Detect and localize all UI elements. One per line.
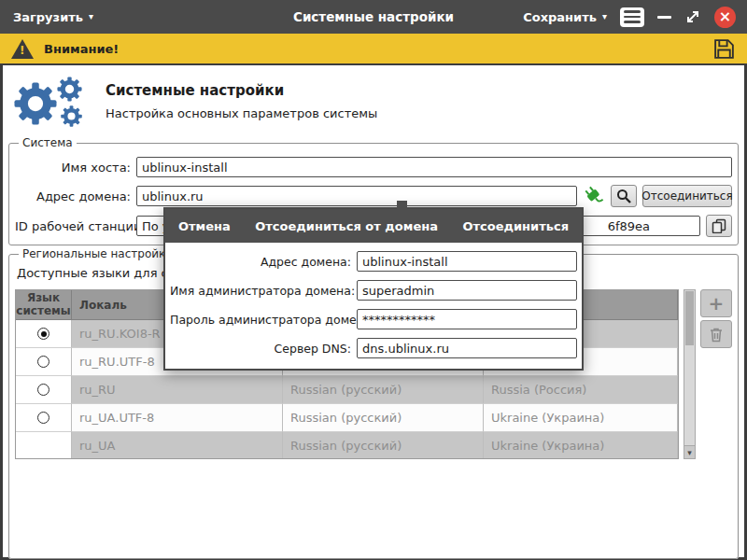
save-menu-label: Сохранить — [523, 10, 597, 24]
dialog-field-input[interactable] — [357, 251, 577, 272]
close-icon: × — [719, 9, 731, 24]
add-locale-button[interactable]: + — [700, 289, 732, 317]
dialog-field-row: Адрес домена: — [170, 251, 577, 272]
domain-search-button[interactable] — [611, 185, 637, 207]
locale-radio-cell[interactable] — [16, 348, 72, 376]
load-menu-button[interactable]: Загрузить ▾ — [13, 10, 93, 24]
disconnect-domain-dialog: Отмена Отсоединиться от домена Отсоедини… — [163, 207, 584, 371]
hamburger-icon — [624, 10, 641, 13]
hamburger-menu-button[interactable] — [620, 7, 644, 27]
scrollbar-thumb[interactable] — [685, 291, 694, 345]
table-row[interactable]: ru_UARussian (русский)Ukraine (Украина) — [16, 432, 678, 459]
domain-row: Адрес домена: Отсоединиться — [15, 185, 732, 207]
dialog-pointer-notch — [397, 201, 407, 209]
copy-station-id-button[interactable] — [706, 215, 732, 237]
country-cell[interactable]: Russia (Россия) — [484, 376, 678, 404]
dialog-field-label: Пароль администратора домена: — [170, 313, 357, 327]
trash-icon — [709, 327, 724, 343]
dialog-field-label: Имя администратора домена: — [170, 284, 357, 298]
maximize-button[interactable] — [684, 8, 701, 25]
table-scrollbar[interactable]: ▾ — [684, 289, 696, 459]
regional-legend: Региональные настройки — [19, 247, 176, 260]
domain-disconnect-button[interactable]: Отсоединиться — [642, 185, 732, 207]
dialog-body: Адрес домена:Имя администратора домена:П… — [165, 243, 582, 369]
locale-radio[interactable] — [37, 384, 49, 396]
minimize-button[interactable] — [657, 16, 671, 19]
gears-icon — [10, 75, 92, 133]
domain-input[interactable] — [136, 186, 577, 206]
language-cell[interactable]: Russian (русский) — [283, 432, 484, 459]
station-id-label: ID рабочей станции: — [15, 219, 131, 233]
floppy-disk-icon — [712, 37, 736, 61]
dialog-field-label: Адрес домена: — [170, 255, 357, 269]
main-panel: Системные настройки Настройка основных п… — [0, 63, 747, 560]
search-icon — [616, 189, 631, 203]
save-menu-button[interactable]: Сохранить ▾ — [523, 10, 607, 24]
locale-cell[interactable]: ru_UA — [72, 432, 283, 459]
country-cell[interactable]: Ukraine (Украина) — [484, 432, 678, 459]
save-file-button[interactable] — [712, 37, 736, 61]
dialog-field-input[interactable] — [357, 309, 577, 329]
locale-radio-cell[interactable] — [16, 376, 72, 404]
locale-cell[interactable]: ru_UA.UTF-8 — [72, 404, 283, 432]
caret-down-icon: ▾ — [89, 12, 93, 21]
dialog-field-row: Пароль администратора домена: — [170, 309, 577, 329]
locale-radio[interactable] — [37, 412, 49, 424]
table-row[interactable]: ru_RURussian (русский)Russia (Россия) — [16, 376, 678, 404]
close-button[interactable]: × — [714, 7, 736, 28]
system-legend: Система — [19, 136, 77, 149]
locale-radio[interactable] — [37, 356, 49, 368]
domain-connected-plug-icon — [583, 185, 605, 207]
dialog-header: Отмена Отсоединиться от домена Отсоедини… — [165, 209, 582, 243]
hostname-row: Имя хоста: — [15, 157, 732, 177]
language-cell[interactable]: Russian (русский) — [283, 376, 484, 404]
warning-bar: ! Внимание! — [0, 34, 747, 63]
titlebar: Системные настройки Загрузить ▾ Сохранит… — [0, 0, 747, 34]
page-title: Системные настройки — [106, 75, 377, 99]
dialog-field-input[interactable] — [357, 280, 577, 301]
table-row[interactable]: ru_UA.UTF-8Russian (русский)Ukraine (Укр… — [16, 404, 678, 432]
language-cell[interactable]: Russian (русский) — [283, 404, 484, 432]
delete-locale-button[interactable] — [700, 320, 732, 348]
dialog-field-row: Сервер DNS: — [170, 338, 577, 358]
dialog-cancel-button[interactable]: Отмена — [178, 219, 231, 233]
dialog-field-input[interactable] — [357, 338, 577, 358]
locale-radio-cell[interactable] — [16, 432, 72, 459]
dialog-field-row: Имя администратора домена: — [170, 280, 577, 301]
copy-icon — [712, 218, 726, 233]
locale-radio-cell[interactable] — [16, 404, 72, 432]
page-header: Системные настройки Настройка основных п… — [7, 65, 740, 134]
page-subtitle: Настройка основных параметров системы — [106, 106, 377, 120]
locale-cell[interactable]: ru_RU — [72, 376, 283, 404]
station-id-value-end: 6f89ea — [608, 219, 650, 233]
hostname-label: Имя хоста: — [15, 161, 131, 175]
scrollbar-down-button[interactable]: ▾ — [684, 445, 695, 458]
dialog-confirm-button[interactable]: Отсоединиться — [462, 219, 569, 233]
load-menu-label: Загрузить — [13, 10, 83, 24]
plus-icon: + — [709, 294, 725, 313]
hostname-input[interactable] — [136, 157, 732, 177]
caret-down-icon: ▾ — [602, 12, 607, 21]
country-cell[interactable]: Ukraine (Украина) — [484, 404, 678, 432]
col-header-system-language: Язык системы — [16, 290, 72, 320]
domain-label: Адрес домена: — [15, 189, 131, 203]
dialog-title: Отсоединиться от домена — [255, 219, 438, 233]
scroll-down-icon: ▾ — [687, 448, 692, 457]
dialog-field-label: Сервер DNS: — [170, 342, 357, 356]
warning-triangle-icon: ! — [11, 39, 34, 59]
locale-radio[interactable] — [37, 328, 49, 340]
warning-text: Внимание! — [44, 42, 119, 56]
locale-radio-cell[interactable] — [16, 320, 72, 348]
